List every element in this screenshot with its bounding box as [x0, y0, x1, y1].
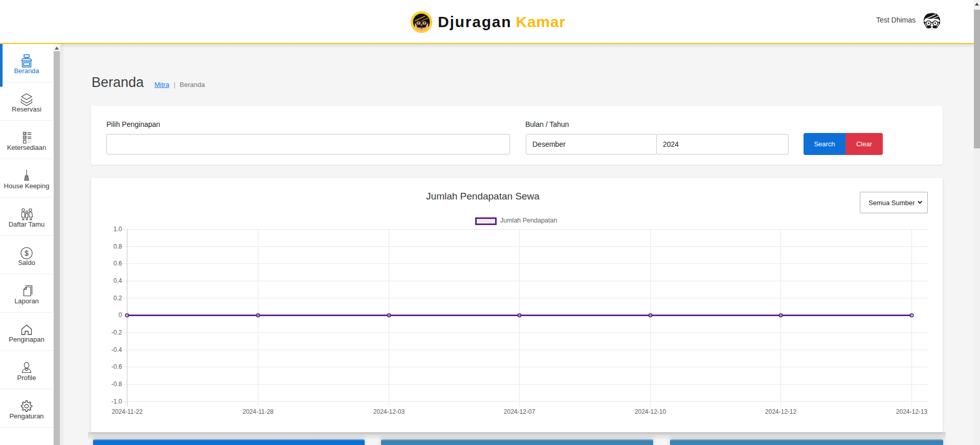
- svg-text:-1.0: -1.0: [112, 398, 122, 405]
- svg-text:0: 0: [119, 312, 122, 319]
- svg-text:2024-12-13: 2024-12-13: [896, 408, 928, 415]
- svg-text:$: $: [25, 249, 29, 257]
- svg-text:2024-12-12: 2024-12-12: [765, 408, 797, 415]
- svg-text:0.6: 0.6: [114, 260, 122, 267]
- svg-text:-0.6: -0.6: [112, 363, 122, 370]
- svg-text:0.8: 0.8: [114, 243, 122, 250]
- svg-text:-0.8: -0.8: [112, 381, 122, 388]
- svg-text:2024-12-07: 2024-12-07: [504, 408, 536, 415]
- svg-text:2024-12-10: 2024-12-10: [635, 408, 666, 415]
- svg-text:2024-11-28: 2024-11-28: [242, 408, 274, 415]
- svg-text:1.0: 1.0: [114, 226, 122, 233]
- svg-text:0.2: 0.2: [114, 295, 122, 302]
- svg-text:-0.2: -0.2: [112, 329, 122, 336]
- svg-text:2024-11-22: 2024-11-22: [112, 408, 143, 415]
- svg-text:2024-12-03: 2024-12-03: [373, 408, 405, 415]
- svg-text:0.4: 0.4: [114, 277, 122, 284]
- svg-text:-0.4: -0.4: [112, 346, 122, 353]
